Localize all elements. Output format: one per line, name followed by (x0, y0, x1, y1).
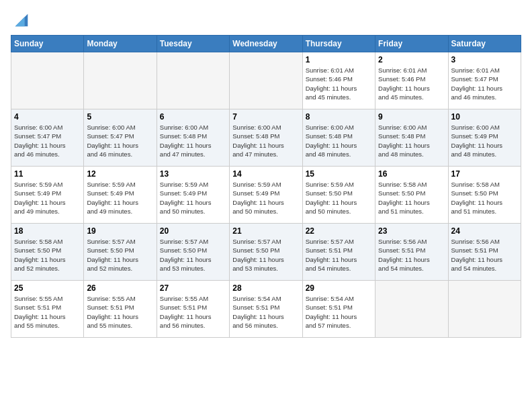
day-cell: 24Sunrise: 5:56 AM Sunset: 5:51 PM Dayli… (448, 224, 521, 281)
day-info: Sunrise: 5:58 AM Sunset: 5:50 PM Dayligh… (378, 180, 445, 216)
day-header-saturday: Saturday (448, 36, 521, 52)
day-header-thursday: Thursday (302, 36, 375, 52)
day-cell: 20Sunrise: 5:57 AM Sunset: 5:50 PM Dayli… (157, 224, 229, 281)
day-cell: 6Sunrise: 6:00 AM Sunset: 5:48 PM Daylig… (157, 109, 229, 167)
day-cell: 13Sunrise: 5:59 AM Sunset: 5:49 PM Dayli… (157, 167, 229, 224)
logo (11, 11, 31, 30)
week-row-1: 1Sunrise: 6:01 AM Sunset: 5:46 PM Daylig… (11, 52, 521, 109)
day-cell: 12Sunrise: 5:59 AM Sunset: 5:49 PM Dayli… (84, 167, 157, 224)
day-number: 23 (378, 226, 445, 236)
day-info: Sunrise: 6:00 AM Sunset: 5:47 PM Dayligh… (14, 123, 81, 158)
page-header (11, 11, 521, 30)
day-info: Sunrise: 6:00 AM Sunset: 5:48 PM Dayligh… (232, 123, 299, 158)
week-row-2: 4Sunrise: 6:00 AM Sunset: 5:47 PM Daylig… (11, 109, 521, 167)
day-cell: 22Sunrise: 5:57 AM Sunset: 5:51 PM Dayli… (302, 224, 375, 281)
day-number: 28 (232, 283, 299, 293)
day-cell (448, 281, 521, 338)
day-info: Sunrise: 6:00 AM Sunset: 5:48 PM Dayligh… (378, 123, 445, 158)
day-number: 19 (87, 226, 153, 236)
day-info: Sunrise: 6:00 AM Sunset: 5:48 PM Dayligh… (160, 123, 226, 158)
day-number: 11 (14, 169, 81, 179)
logo-icon (12, 11, 31, 30)
day-cell: 4Sunrise: 6:00 AM Sunset: 5:47 PM Daylig… (11, 109, 84, 167)
day-info: Sunrise: 5:59 AM Sunset: 5:50 PM Dayligh… (306, 180, 372, 216)
day-info: Sunrise: 6:00 AM Sunset: 5:49 PM Dayligh… (451, 123, 518, 158)
day-number: 5 (87, 112, 153, 122)
day-info: Sunrise: 5:59 AM Sunset: 5:49 PM Dayligh… (160, 180, 226, 216)
day-cell (230, 52, 302, 109)
day-info: Sunrise: 5:55 AM Sunset: 5:51 PM Dayligh… (87, 294, 153, 330)
day-cell: 5Sunrise: 6:00 AM Sunset: 5:47 PM Daylig… (84, 109, 157, 167)
day-cell (11, 52, 84, 109)
day-number: 27 (160, 283, 226, 293)
day-header-sunday: Sunday (11, 36, 84, 52)
day-cell: 3Sunrise: 6:01 AM Sunset: 5:47 PM Daylig… (448, 52, 521, 109)
day-cell: 21Sunrise: 5:57 AM Sunset: 5:50 PM Dayli… (230, 224, 302, 281)
day-cell: 26Sunrise: 5:55 AM Sunset: 5:51 PM Dayli… (84, 281, 157, 338)
week-row-3: 11Sunrise: 5:59 AM Sunset: 5:49 PM Dayli… (11, 167, 521, 224)
day-cell: 9Sunrise: 6:00 AM Sunset: 5:48 PM Daylig… (375, 109, 448, 167)
day-number: 1 (306, 55, 372, 64)
day-info: Sunrise: 5:57 AM Sunset: 5:50 PM Dayligh… (160, 237, 226, 273)
day-cell: 25Sunrise: 5:55 AM Sunset: 5:51 PM Dayli… (11, 281, 84, 338)
day-number: 7 (232, 112, 299, 122)
day-info: Sunrise: 5:59 AM Sunset: 5:49 PM Dayligh… (14, 180, 81, 216)
day-cell: 27Sunrise: 5:55 AM Sunset: 5:51 PM Dayli… (157, 281, 229, 338)
day-info: Sunrise: 5:56 AM Sunset: 5:51 PM Dayligh… (451, 237, 518, 273)
day-info: Sunrise: 5:54 AM Sunset: 5:51 PM Dayligh… (232, 294, 299, 330)
day-number: 25 (14, 283, 81, 293)
day-number: 24 (451, 226, 518, 236)
week-row-5: 25Sunrise: 5:55 AM Sunset: 5:51 PM Dayli… (11, 281, 521, 338)
day-cell: 7Sunrise: 6:00 AM Sunset: 5:48 PM Daylig… (230, 109, 302, 167)
day-number: 21 (232, 226, 299, 236)
day-number: 12 (87, 169, 153, 179)
day-cell (84, 52, 157, 109)
day-header-wednesday: Wednesday (230, 36, 302, 52)
day-info: Sunrise: 5:54 AM Sunset: 5:51 PM Dayligh… (306, 294, 372, 330)
day-info: Sunrise: 5:57 AM Sunset: 5:50 PM Dayligh… (87, 237, 153, 273)
day-number: 26 (87, 283, 153, 293)
day-number: 6 (160, 112, 226, 122)
day-cell: 1Sunrise: 6:01 AM Sunset: 5:46 PM Daylig… (302, 52, 375, 109)
day-number: 17 (451, 169, 518, 179)
day-cell: 19Sunrise: 5:57 AM Sunset: 5:50 PM Dayli… (84, 224, 157, 281)
day-cell (375, 281, 448, 338)
day-cell: 28Sunrise: 5:54 AM Sunset: 5:51 PM Dayli… (230, 281, 302, 338)
day-header-tuesday: Tuesday (157, 36, 229, 52)
day-number: 3 (451, 55, 518, 64)
day-info: Sunrise: 6:01 AM Sunset: 5:47 PM Dayligh… (451, 66, 518, 101)
day-info: Sunrise: 6:01 AM Sunset: 5:46 PM Dayligh… (378, 66, 445, 101)
day-number: 22 (306, 226, 372, 236)
svg-marker-1 (15, 17, 25, 26)
day-info: Sunrise: 6:01 AM Sunset: 5:46 PM Dayligh… (306, 66, 372, 101)
day-info: Sunrise: 5:59 AM Sunset: 5:49 PM Dayligh… (87, 180, 153, 216)
day-number: 16 (378, 169, 445, 179)
day-cell: 8Sunrise: 6:00 AM Sunset: 5:48 PM Daylig… (302, 109, 375, 167)
day-cell: 29Sunrise: 5:54 AM Sunset: 5:51 PM Dayli… (302, 281, 375, 338)
day-number: 2 (378, 55, 445, 64)
day-cell (157, 52, 229, 109)
day-cell: 17Sunrise: 5:58 AM Sunset: 5:50 PM Dayli… (448, 167, 521, 224)
day-info: Sunrise: 5:56 AM Sunset: 5:51 PM Dayligh… (378, 237, 445, 273)
day-number: 4 (14, 112, 81, 122)
calendar-header-row: SundayMondayTuesdayWednesdayThursdayFrid… (11, 36, 521, 52)
day-cell: 10Sunrise: 6:00 AM Sunset: 5:49 PM Dayli… (448, 109, 521, 167)
day-cell: 11Sunrise: 5:59 AM Sunset: 5:49 PM Dayli… (11, 167, 84, 224)
day-number: 8 (306, 112, 372, 122)
day-info: Sunrise: 5:58 AM Sunset: 5:50 PM Dayligh… (451, 180, 518, 216)
day-number: 15 (306, 169, 372, 179)
day-header-friday: Friday (375, 36, 448, 52)
day-number: 20 (160, 226, 226, 236)
week-row-4: 18Sunrise: 5:58 AM Sunset: 5:50 PM Dayli… (11, 224, 521, 281)
day-number: 10 (451, 112, 518, 122)
day-info: Sunrise: 5:59 AM Sunset: 5:49 PM Dayligh… (232, 180, 299, 216)
day-cell: 14Sunrise: 5:59 AM Sunset: 5:49 PM Dayli… (230, 167, 302, 224)
day-info: Sunrise: 6:00 AM Sunset: 5:48 PM Dayligh… (306, 123, 372, 158)
day-info: Sunrise: 5:57 AM Sunset: 5:51 PM Dayligh… (306, 237, 372, 273)
calendar-table: SundayMondayTuesdayWednesdayThursdayFrid… (11, 35, 521, 338)
day-number: 14 (232, 169, 299, 179)
day-number: 18 (14, 226, 81, 236)
day-number: 9 (378, 112, 445, 122)
day-cell: 23Sunrise: 5:56 AM Sunset: 5:51 PM Dayli… (375, 224, 448, 281)
day-cell: 16Sunrise: 5:58 AM Sunset: 5:50 PM Dayli… (375, 167, 448, 224)
